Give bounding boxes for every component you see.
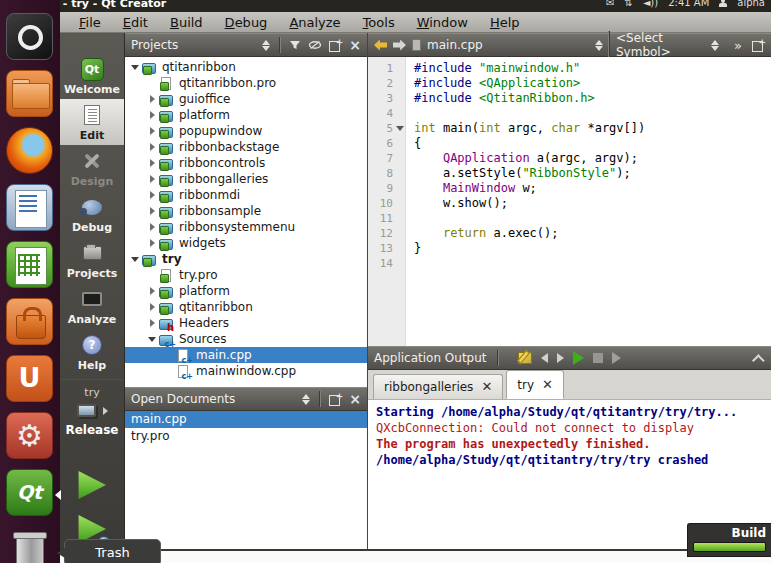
tree-row[interactable]: widgets (125, 235, 367, 251)
prev-item-icon[interactable] (541, 353, 548, 363)
mail-icon[interactable]: ✉ (606, 0, 614, 8)
tab-close-icon[interactable]: ✕ (481, 381, 492, 393)
next-item-icon[interactable] (557, 353, 564, 363)
menu-edit[interactable]: Edit (112, 12, 159, 33)
panel-switcher-icon[interactable] (301, 394, 310, 405)
open-documents-list[interactable]: main.cpptry.pro (125, 411, 367, 551)
tab-close-icon[interactable]: ✕ (542, 379, 553, 391)
symbol-dropdown-icon[interactable] (710, 40, 718, 51)
code-editor[interactable]: 1234567891011121314 #include "mainwindow… (368, 57, 771, 346)
tree-row[interactable]: Sources (125, 331, 367, 347)
expand-arrow-icon[interactable] (146, 317, 159, 329)
expand-arrow-icon[interactable] (129, 253, 142, 265)
fold-marker-icon[interactable] (396, 126, 404, 131)
expand-arrow-icon[interactable] (146, 173, 159, 185)
expand-arrow-icon[interactable] (146, 93, 159, 105)
tree-row[interactable]: main.cpp (125, 347, 367, 363)
output-tab-try[interactable]: try✕ (506, 370, 564, 399)
expand-arrow-icon[interactable] (146, 109, 159, 121)
clock[interactable]: 2:41 AM (668, 0, 709, 8)
tree-row[interactable]: popupwindow (125, 123, 367, 139)
firefox-icon[interactable] (6, 127, 53, 174)
tree-row[interactable]: try.pro (125, 267, 367, 283)
menu-help[interactable]: Help (479, 12, 531, 33)
tree-row[interactable]: qtitanribbon.pro (125, 75, 367, 91)
back-arrow-icon[interactable] (374, 40, 387, 51)
expand-arrow-icon[interactable] (129, 61, 142, 73)
tree-row[interactable]: qtitanribbon (125, 299, 367, 315)
mode-analyze[interactable]: Analyze (60, 283, 124, 329)
menu-debug[interactable]: Debug (214, 12, 279, 33)
software-center-icon[interactable] (6, 298, 53, 345)
toolbar-overflow-icon[interactable]: » (734, 38, 742, 53)
expand-arrow-icon[interactable] (146, 141, 159, 153)
tree-row[interactable]: qtitanribbon (125, 59, 367, 75)
mode-welcome[interactable]: QtWelcome (60, 53, 124, 99)
menu-build[interactable]: Build (159, 12, 214, 33)
tree-row[interactable]: platform (125, 107, 367, 123)
symbol-dropdown[interactable]: <Select Symbol> (609, 31, 724, 59)
expand-arrow-icon[interactable] (146, 301, 159, 313)
expand-arrow-icon[interactable] (146, 285, 159, 297)
dash-home-icon[interactable] (6, 13, 53, 60)
clear-icon[interactable] (518, 352, 532, 364)
file-manager-icon[interactable] (6, 70, 53, 117)
build-progress-box[interactable]: Build (687, 523, 771, 557)
menu-analyze[interactable]: Analyze (278, 12, 351, 33)
user-name[interactable]: alpha (737, 0, 765, 8)
expand-arrow-icon[interactable] (146, 125, 159, 137)
sync-with-editor-icon[interactable] (308, 39, 322, 51)
kit-expand-icon[interactable] (103, 407, 108, 415)
menu-window[interactable]: Window (406, 12, 479, 33)
filter-icon[interactable] (289, 39, 301, 51)
open-document-item[interactable]: main.cpp (125, 411, 367, 428)
expand-arrow-icon[interactable] (146, 333, 159, 345)
libreoffice-writer-icon[interactable] (6, 184, 53, 231)
open-file-dropdown[interactable]: main.cpp (427, 38, 603, 52)
volume-icon[interactable]: ◄)) (643, 0, 659, 8)
tree-row[interactable]: ribbonmdi (125, 187, 367, 203)
close-panel-icon[interactable]: × (349, 38, 361, 52)
libreoffice-calc-icon[interactable] (6, 241, 53, 288)
tree-row[interactable]: ribbonbackstage (125, 139, 367, 155)
file-dropdown-icon[interactable] (594, 40, 603, 51)
network-arrows-icon[interactable]: ⇅ (624, 0, 632, 8)
expand-arrow-icon[interactable] (146, 157, 159, 169)
kit-selector[interactable]: try Release (60, 379, 124, 437)
qt-creator-icon[interactable] (6, 469, 53, 516)
split-icon[interactable] (752, 40, 765, 51)
tree-row[interactable]: Headers (125, 315, 367, 331)
forward-arrow-icon[interactable] (393, 40, 406, 51)
trash-icon[interactable] (6, 526, 53, 563)
system-settings-icon[interactable] (6, 412, 53, 459)
run-button[interactable] (78, 471, 106, 499)
tree-row[interactable]: ribbonsample (125, 203, 367, 219)
rerun-icon[interactable] (573, 351, 584, 365)
tree-row[interactable]: mainwindow.cpp (125, 363, 367, 379)
tree-row[interactable]: try (125, 251, 367, 267)
close-panel-icon[interactable]: × (349, 392, 361, 406)
mode-projects[interactable]: Projects (60, 237, 124, 283)
mode-help[interactable]: ?Help (60, 329, 124, 375)
collapse-icon[interactable] (752, 354, 765, 367)
split-icon[interactable] (329, 394, 342, 405)
tree-row[interactable]: platform (125, 283, 367, 299)
tree-row[interactable]: ribbonsystemmenu (125, 219, 367, 235)
panel-switcher-icon[interactable] (261, 40, 270, 51)
stop-icon[interactable] (593, 353, 603, 363)
open-document-item[interactable]: try.pro (125, 428, 367, 445)
mode-debug[interactable]: Debug (60, 191, 124, 237)
output-tab-ribbongalleries[interactable]: ribbongalleries✕ (373, 374, 503, 399)
split-icon[interactable] (329, 40, 342, 51)
tree-row[interactable]: guioffice (125, 91, 367, 107)
ubuntu-one-icon[interactable] (6, 355, 53, 402)
expand-arrow-icon[interactable] (146, 205, 159, 217)
tree-row[interactable]: ribbongalleries (125, 171, 367, 187)
tree-row[interactable]: ribboncontrols (125, 155, 367, 171)
mode-edit[interactable]: Edit (60, 99, 124, 145)
expand-arrow-icon[interactable] (146, 237, 159, 249)
stop-force-icon[interactable] (612, 352, 621, 364)
menu-tools[interactable]: Tools (352, 12, 406, 33)
expand-arrow-icon[interactable] (146, 189, 159, 201)
menu-file[interactable]: File (68, 12, 112, 33)
